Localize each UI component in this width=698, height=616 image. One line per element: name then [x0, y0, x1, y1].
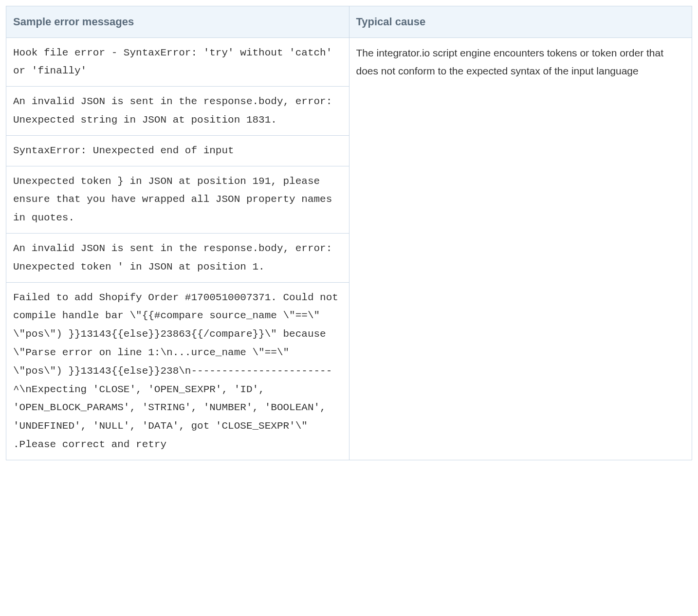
error-table: Sample error messages Typical cause Hook… [6, 6, 692, 460]
typical-cause-cell: The integrator.io script engine encounte… [349, 37, 692, 460]
sample-error-cell: Hook file error - SyntaxError: 'try' wit… [6, 37, 349, 87]
table-header-row: Sample error messages Typical cause [6, 6, 692, 38]
header-sample: Sample error messages [6, 6, 349, 38]
sample-error-cell: SyntaxError: Unexpected end of input [6, 135, 349, 166]
sample-error-cell: Failed to add Shopify Order #17005100073… [6, 282, 349, 460]
table-row: Hook file error - SyntaxError: 'try' wit… [6, 37, 692, 87]
sample-error-cell: An invalid JSON is sent in the response.… [6, 233, 349, 282]
sample-error-cell: Unexpected token } in JSON at position 1… [6, 166, 349, 233]
header-cause: Typical cause [349, 6, 692, 38]
sample-error-cell: An invalid JSON is sent in the response.… [6, 87, 349, 136]
